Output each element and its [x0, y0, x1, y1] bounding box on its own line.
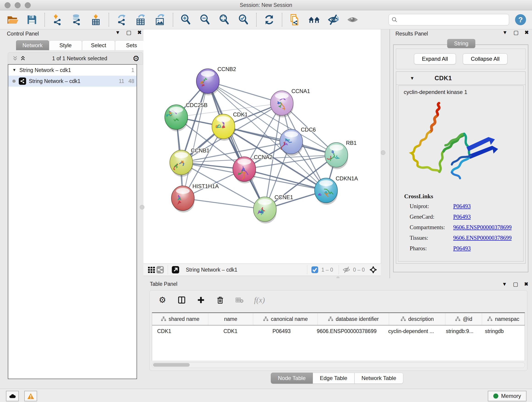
- column-header-canonical-name[interactable]: canonical name: [253, 313, 318, 325]
- node-CCNA1[interactable]: CCNA1: [270, 88, 310, 117]
- cell-shared-name[interactable]: CDK1: [152, 325, 210, 337]
- results-panel-float-icon[interactable]: ▼: [502, 30, 507, 36]
- crosslink-link[interactable]: P06493: [453, 245, 471, 252]
- cell-description[interactable]: cyclin-dependent ...: [383, 325, 441, 337]
- fit-content-crosshair-icon[interactable]: [369, 265, 378, 274]
- import-network-icon[interactable]: [51, 13, 64, 26]
- edge-HIST1H1A-CCNE1[interactable]: [183, 198, 265, 209]
- edge-CCNB2-HIST1H1A[interactable]: [183, 81, 208, 198]
- network-canvas[interactable]: CCNB2CCNA1CDC25BCDK1CDC6RB1CCNB1CCNA2CDK…: [143, 29, 381, 264]
- create-column-plus-icon[interactable]: [196, 295, 206, 305]
- string-badge-icon[interactable]: [156, 265, 165, 274]
- tab-node-table[interactable]: Node Table: [271, 373, 313, 384]
- column-header-shared-name[interactable]: shared name: [152, 313, 208, 325]
- column-header-name[interactable]: name: [208, 313, 253, 325]
- crosslink-link[interactable]: 9606.ENSP00000378699: [453, 224, 512, 230]
- expand-all-networks-icon[interactable]: [19, 55, 27, 62]
- crosslink-link[interactable]: P06493: [453, 203, 471, 210]
- control-panel-close-icon[interactable]: ✖: [138, 30, 142, 36]
- zoom-in-icon[interactable]: [180, 13, 192, 26]
- column-header-description[interactable]: description: [389, 313, 445, 325]
- column-header-database-identifier[interactable]: database identifier: [318, 313, 389, 325]
- node-CCNE1[interactable]: CCNE1: [253, 194, 293, 223]
- save-session-icon[interactable]: [26, 13, 38, 26]
- node-CDC6[interactable]: CDC6: [280, 127, 316, 156]
- birds-eye-grid-icon[interactable]: [147, 265, 156, 274]
- hidden-eye-icon[interactable]: [342, 265, 351, 274]
- zoom-out-icon[interactable]: [199, 13, 211, 26]
- import-table-icon[interactable]: [90, 13, 102, 26]
- cell-database-identifier[interactable]: 9606.ENSP00000378699: [312, 325, 383, 337]
- cell-namespac[interactable]: stringdb: [480, 325, 525, 337]
- tab-style[interactable]: Style: [49, 40, 82, 50]
- expand-all-button[interactable]: Expand All: [414, 53, 456, 64]
- results-panel-maximize-icon[interactable]: ▢: [513, 29, 519, 36]
- control-panel-maximize-icon[interactable]: ▢: [126, 29, 132, 36]
- import-database-icon[interactable]: [70, 13, 83, 26]
- show-columns-icon[interactable]: [177, 295, 186, 305]
- delete-column-trash-icon[interactable]: [215, 295, 225, 305]
- cell-canonical-name[interactable]: P06493: [251, 325, 312, 337]
- string-network-graph[interactable]: CCNB2CCNA1CDC25BCDK1CDC6RB1CCNB1CCNA2CDK…: [143, 29, 381, 264]
- network-snapshot-icon[interactable]: [289, 13, 301, 26]
- memory-button[interactable]: Memory: [488, 391, 526, 401]
- gene-section-header[interactable]: ▼ CDK1: [396, 72, 525, 85]
- search-input[interactable]: [399, 17, 506, 23]
- refresh-layout-icon[interactable]: [263, 13, 275, 26]
- search-box[interactable]: [389, 14, 509, 26]
- tab-sets[interactable]: Sets: [115, 40, 148, 50]
- tab-network[interactable]: Network: [16, 40, 49, 50]
- node-table-row[interactable]: CDK1CDK1P064939606.ENSP00000378699cyclin…: [152, 325, 525, 337]
- node-HIST1H1A[interactable]: HIST1H1A: [171, 183, 219, 212]
- table-panel-close-icon[interactable]: ✖: [524, 281, 528, 287]
- collection-expander-icon[interactable]: ▼: [12, 68, 16, 72]
- column-header--id[interactable]: @id: [445, 313, 482, 325]
- warnings-button[interactable]: [24, 391, 37, 401]
- node-RB1[interactable]: RB1: [325, 140, 357, 169]
- export-network-icon[interactable]: [115, 13, 128, 26]
- hide-selected-icon[interactable]: [327, 13, 340, 26]
- tab-edge-table[interactable]: Edge Table: [313, 373, 355, 384]
- left-splitter-handle[interactable]: [140, 205, 144, 210]
- results-panel-close-icon[interactable]: ✖: [525, 30, 529, 36]
- network-collection-row[interactable]: ▼ String Network – cdk1 1: [8, 65, 137, 76]
- zoom-fit-icon[interactable]: [218, 13, 230, 26]
- tab-select[interactable]: Select: [82, 40, 115, 50]
- table-panel-float-icon[interactable]: ▼: [502, 281, 507, 287]
- table-horizontal-scrollbar[interactable]: [152, 362, 525, 368]
- gene-expander-icon[interactable]: ▼: [410, 76, 414, 81]
- export-image-icon[interactable]: [154, 13, 166, 26]
- node-CCNB2[interactable]: CCNB2: [196, 66, 236, 95]
- network-row-selected[interactable]: String Network – cdk1 11 48: [8, 76, 137, 87]
- table-panel-maximize-icon[interactable]: ▢: [513, 281, 518, 287]
- delete-table-icon[interactable]: [235, 295, 244, 305]
- node-CDC25B[interactable]: CDC25B: [165, 102, 208, 131]
- first-neighbors-icon[interactable]: [308, 13, 320, 26]
- open-in-new-window-icon[interactable]: [171, 265, 180, 274]
- control-panel-float-icon[interactable]: ▼: [115, 30, 120, 36]
- edge-CCNB2-CCNE1[interactable]: [208, 81, 265, 209]
- right-splitter-handle[interactable]: [381, 150, 385, 155]
- export-table-icon[interactable]: [135, 13, 147, 26]
- results-tab-string[interactable]: String: [447, 39, 475, 48]
- crosslink-link[interactable]: P06493: [453, 214, 471, 220]
- scrollbar-thumb[interactable]: [153, 363, 190, 367]
- tab-network-table[interactable]: Network Table: [355, 373, 404, 384]
- network-options-gear-icon[interactable]: ⚙: [133, 55, 139, 62]
- help-button[interactable]: ?: [515, 14, 526, 25]
- collapse-all-networks-icon[interactable]: [11, 55, 19, 62]
- collapse-all-button[interactable]: Collapse All: [463, 53, 507, 64]
- show-all-icon[interactable]: [346, 13, 359, 26]
- zoom-selected-icon[interactable]: [237, 13, 250, 26]
- node-CDKN1A[interactable]: CDKN1A: [315, 175, 358, 205]
- network-view-title: String Network – cdk1: [186, 267, 304, 273]
- cell--id[interactable]: stringdb:9...: [441, 325, 480, 337]
- open-session-icon[interactable]: [6, 13, 19, 26]
- cell-name[interactable]: CDK1: [210, 325, 251, 337]
- function-builder-icon[interactable]: f(x): [254, 296, 265, 304]
- column-header-namespac[interactable]: namespac: [482, 313, 525, 325]
- selected-checkbox-icon[interactable]: [310, 265, 319, 274]
- cloud-status-button[interactable]: [6, 391, 19, 401]
- crosslink-link[interactable]: 9606.ENSP00000378699: [453, 235, 512, 241]
- table-options-gear-icon[interactable]: ⚙: [158, 295, 167, 305]
